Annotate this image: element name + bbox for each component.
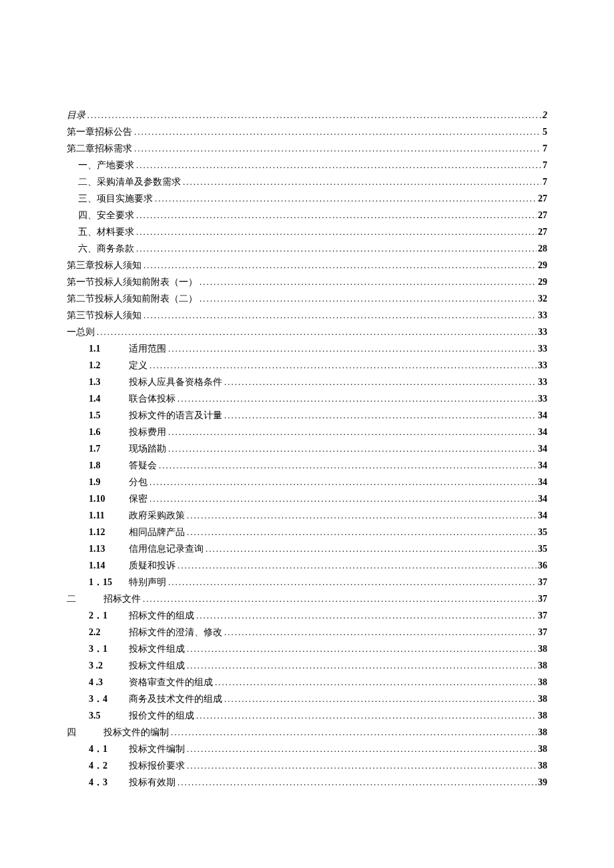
toc-title: 现场踏勘 xyxy=(129,440,166,457)
toc-page-number: 7 xyxy=(541,157,547,173)
toc-title: 第三章投标人须知 xyxy=(67,257,141,274)
toc-page-number: 27 xyxy=(537,190,547,207)
toc-page-number: 34 xyxy=(537,407,547,424)
toc-leader-dots xyxy=(200,290,537,307)
toc-page-number: 38 xyxy=(537,640,547,657)
toc-page-number: 34 xyxy=(537,490,547,507)
toc-title: 投标文件的语言及计量 xyxy=(129,407,222,424)
toc-title: 适用范围 xyxy=(129,340,166,357)
toc-number: 1.10 xyxy=(89,490,129,507)
toc-leader-dots xyxy=(196,607,537,624)
toc-number: 2．1 xyxy=(89,607,129,624)
toc-leader-dots xyxy=(136,157,541,173)
toc-title: 一总则 xyxy=(67,324,95,340)
toc-entry: 1.12相同品牌产品35 xyxy=(67,524,547,540)
toc-number: 1.6 xyxy=(89,424,129,440)
toc-title: 信用信息记录查询 xyxy=(129,540,204,557)
toc-leader-dots xyxy=(168,340,537,357)
toc-title: 二、采购清单及参数需求 xyxy=(78,173,181,190)
toc-leader-dots xyxy=(87,107,541,123)
toc-leader-dots xyxy=(178,390,537,407)
toc-leader-dots xyxy=(136,240,537,257)
toc-number: 1.7 xyxy=(89,440,129,457)
toc-title: 投标有效期 xyxy=(129,774,176,791)
toc-page-number: 34 xyxy=(537,424,547,440)
toc-leader-dots xyxy=(224,624,537,640)
toc-number: 1.9 xyxy=(89,474,129,490)
toc-entry: 第三节投标人须知33 xyxy=(67,307,547,324)
toc-page-number: 39 xyxy=(537,774,547,791)
toc-leader-dots xyxy=(168,424,537,440)
toc-title: 招标文件的组成 xyxy=(129,607,194,624)
toc-title: 投标文件组成 xyxy=(129,640,185,657)
toc-leader-dots xyxy=(149,474,537,490)
toc-leader-dots xyxy=(136,207,537,224)
toc-leader-dots xyxy=(171,724,537,741)
toc-leader-dots xyxy=(149,357,537,374)
toc-entry: 一、产地要求7 xyxy=(67,157,547,173)
toc-leader-dots xyxy=(187,657,537,674)
toc-page-number: 7 xyxy=(541,140,547,157)
toc-entry: 3．1投标文件组成38 xyxy=(67,640,547,657)
toc-entry: 1．15特别声明37 xyxy=(67,574,547,590)
toc-entry: 第一节投标人须知前附表（一）29 xyxy=(67,274,547,290)
toc-page-number: 33 xyxy=(537,357,547,374)
toc-entry: 1.6投标费用34 xyxy=(67,424,547,440)
toc-leader-dots xyxy=(97,324,537,340)
toc-page-number: 34 xyxy=(537,440,547,457)
toc-title: 政府采购政策 xyxy=(129,507,185,524)
toc-title: 投标报价要求 xyxy=(129,757,185,774)
toc-entry: 4 .3资格审查文件的组成38 xyxy=(67,674,547,691)
toc-number: 1.8 xyxy=(89,457,129,474)
toc-page-number: 7 xyxy=(541,173,547,190)
toc-title: 资格审查文件的组成 xyxy=(129,674,213,691)
toc-leader-dots xyxy=(168,440,537,457)
toc-title: 投标文件编制 xyxy=(129,741,185,757)
toc-entry: 3.5报价文件的组成38 xyxy=(67,707,547,724)
toc-title: 相同品牌产品 xyxy=(129,524,185,540)
toc-entry: 1.8答疑会34 xyxy=(67,457,547,474)
toc-entry: 1.11政府采购政策34 xyxy=(67,507,547,524)
toc-page-number: 35 xyxy=(537,524,547,540)
toc-page-number: 37 xyxy=(537,574,547,590)
toc-title: 第一节投标人须知前附表（一） xyxy=(67,274,198,290)
toc-number: 四 xyxy=(67,724,103,741)
toc-page-number: 37 xyxy=(537,607,547,624)
toc-entry: 1.10保密34 xyxy=(67,490,547,507)
toc-page-number: 37 xyxy=(537,624,547,640)
toc-leader-dots xyxy=(136,224,537,240)
toc-leader-dots xyxy=(187,757,537,774)
toc-page-number: 33 xyxy=(537,390,547,407)
toc-title: 第三节投标人须知 xyxy=(67,307,141,324)
toc-page-number: 33 xyxy=(537,307,547,324)
toc-leader-dots xyxy=(224,407,537,424)
toc-title: 特别声明 xyxy=(129,574,166,590)
toc-leader-dots xyxy=(143,590,537,607)
toc-page-number: 38 xyxy=(537,674,547,691)
toc-page-number: 38 xyxy=(537,691,547,707)
toc-page-number: 27 xyxy=(537,207,547,224)
toc-leader-dots xyxy=(159,457,537,474)
toc-entry: 1.3投标人应具备资格条件33 xyxy=(67,374,547,390)
toc-number: 3．1 xyxy=(89,640,129,657)
toc-leader-dots xyxy=(224,374,537,390)
toc-title: 四、安全要求 xyxy=(78,207,134,224)
toc-number: 4．2 xyxy=(89,757,129,774)
toc-entry: 第三章投标人须知29 xyxy=(67,257,547,274)
toc-leader-dots xyxy=(187,741,537,757)
toc-entry: 3 .2投标文件组成38 xyxy=(67,657,547,674)
toc-number: 1.14 xyxy=(89,557,129,574)
toc-entry: 2．1招标文件的组成37 xyxy=(67,607,547,624)
toc-number: 3 .2 xyxy=(89,657,129,674)
toc-entry: 目录2 xyxy=(67,107,547,123)
toc-page-number: 28 xyxy=(537,240,547,257)
toc-leader-dots xyxy=(134,140,541,157)
toc-title: 定义 xyxy=(129,357,147,374)
toc-title: 六、商务条款 xyxy=(78,240,134,257)
toc-page-number: 27 xyxy=(537,224,547,240)
toc-page-number: 29 xyxy=(537,274,547,290)
toc-entry: 四投标文件的编制38 xyxy=(67,724,547,741)
toc-entry: 1.13信用信息记录查询35 xyxy=(67,540,547,557)
toc-entry: 三、项目实施要求27 xyxy=(67,190,547,207)
toc-page-number: 32 xyxy=(537,290,547,307)
